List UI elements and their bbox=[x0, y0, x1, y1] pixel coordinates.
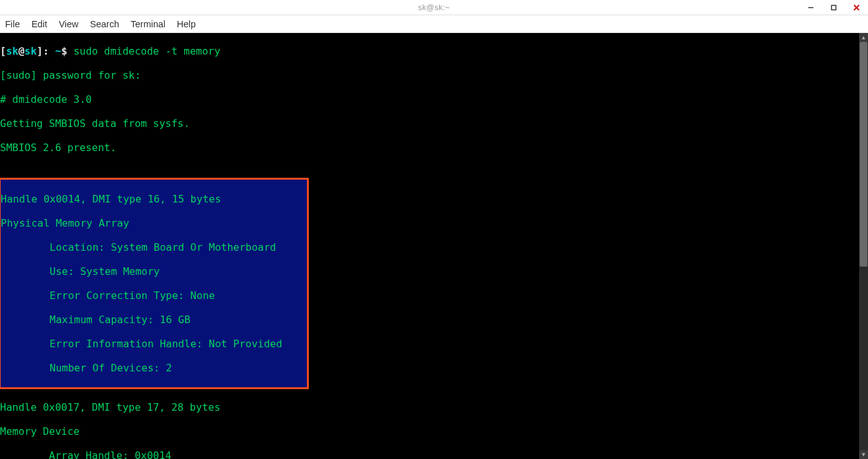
svg-rect-1 bbox=[832, 5, 836, 10]
output-line: Array Handle: 0x0014 bbox=[0, 449, 859, 459]
output-line: Error Information Handle: Not Provided bbox=[1, 338, 306, 350]
menu-help[interactable]: Help bbox=[177, 19, 196, 29]
terminal-output[interactable]: [sk@sk]: ~$ sudo dmidecode -t memory [su… bbox=[0, 33, 859, 459]
prompt-path: ~ bbox=[55, 45, 62, 57]
scroll-up-icon[interactable]: ▲ bbox=[859, 33, 868, 42]
terminal-wrapper: [sk@sk]: ~$ sudo dmidecode -t memory [su… bbox=[0, 33, 868, 459]
minimize-button[interactable] bbox=[799, 0, 822, 15]
scrollbar[interactable]: ▲ ▼ bbox=[859, 33, 868, 459]
menu-terminal[interactable]: Terminal bbox=[131, 19, 166, 29]
window-titlebar: sk@sk:~ bbox=[0, 0, 868, 15]
output-line: [sudo] password for sk: bbox=[0, 69, 859, 81]
close-button[interactable] bbox=[845, 0, 868, 15]
prompt-line: [sk@sk]: ~$ sudo dmidecode -t memory bbox=[0, 45, 859, 57]
prompt-host: sk bbox=[25, 45, 37, 57]
maximize-button[interactable] bbox=[822, 0, 845, 15]
output-line: # dmidecode 3.0 bbox=[0, 93, 859, 105]
output-line: Location: System Board Or Motherboard bbox=[1, 241, 306, 253]
scroll-down-icon[interactable]: ▼ bbox=[859, 450, 868, 459]
prompt-command: sudo dmidecode -t memory bbox=[67, 45, 220, 57]
menu-bar: File Edit View Search Terminal Help bbox=[0, 15, 868, 33]
window-controls bbox=[799, 0, 868, 15]
menu-view[interactable]: View bbox=[58, 19, 78, 29]
scrollbar-track[interactable] bbox=[859, 42, 868, 450]
output-line: Use: System Memory bbox=[1, 265, 306, 277]
scrollbar-thumb[interactable] bbox=[860, 42, 867, 267]
menu-file[interactable]: File bbox=[5, 19, 20, 29]
highlighted-block: Handle 0x0014, DMI type 16, 15 bytes Phy… bbox=[0, 178, 309, 389]
output-line: Memory Device bbox=[0, 425, 859, 437]
output-line: Handle 0x0014, DMI type 16, 15 bytes bbox=[1, 193, 306, 205]
menu-search[interactable]: Search bbox=[90, 19, 119, 29]
menu-edit[interactable]: Edit bbox=[31, 19, 47, 29]
prompt-user: sk bbox=[6, 45, 18, 57]
window-title: sk@sk:~ bbox=[418, 3, 450, 12]
prompt-dollar: $ bbox=[61, 45, 67, 57]
output-line: SMBIOS 2.6 present. bbox=[0, 142, 859, 154]
output-line: Handle 0x0017, DMI type 17, 28 bytes bbox=[0, 401, 859, 413]
output-line: Physical Memory Array bbox=[1, 217, 306, 229]
output-line: Getting SMBIOS data from sysfs. bbox=[0, 117, 859, 130]
output-line: Maximum Capacity: 16 GB bbox=[1, 314, 306, 326]
output-line: Error Correction Type: None bbox=[1, 289, 306, 302]
output-line: Number Of Devices: 2 bbox=[1, 362, 306, 374]
